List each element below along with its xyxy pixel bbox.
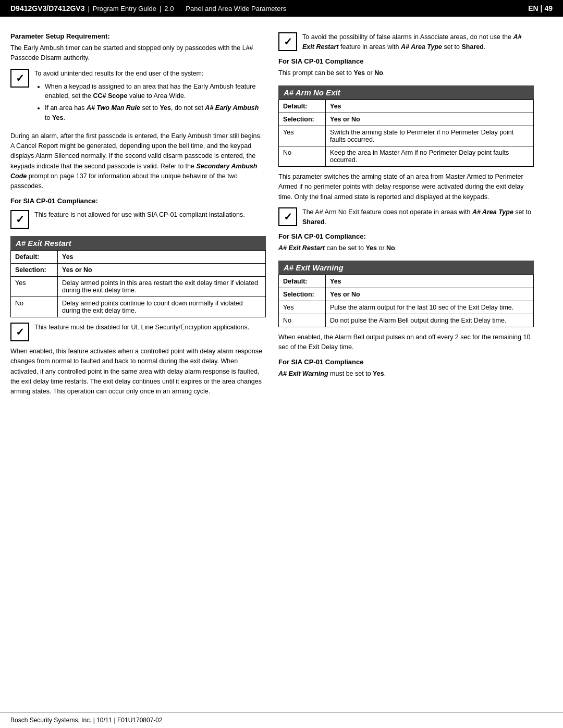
exit-restart-no-val: Delay armed points continue to count dow… [58,297,266,317]
note1-list: When a keypad is assigned to an area tha… [45,82,266,123]
exit-warning-table: Default: Yes Selection: Yes or No Yes Pu… [278,275,534,327]
exit-restart-selection-value: Yes or No [58,263,266,276]
arm-no-exit-no-row: No Keep the area in Master Arm if no Per… [279,146,534,166]
guide-version: 2.0 [164,5,174,13]
exit-warning-selection-label: Selection: [279,288,326,301]
check-icon-2: ✓ [10,210,29,229]
header-separator2: | [160,5,161,13]
exit-restart-default-row: Default: Yes [11,250,266,263]
note-top-text: To avoid the possibility of false alarms… [302,32,534,52]
arm-no-exit-selection-value: Yes or No [326,113,534,126]
note-box-1: ✓ To avoid unintended results for the en… [10,69,266,126]
arm-no-exit-yes-key: Yes [279,126,326,146]
arm-no-exit-no-key: No [279,146,326,166]
page-number: EN | 49 [528,4,553,13]
param-setup-intro: The Early Ambush timer can be started an… [10,43,266,64]
section-name: Panel and Area Wide Parameters [186,5,286,13]
exit-warning-default-label: Default: [279,275,326,288]
sia-cp01-arm-label: For SIA CP-01 Compliance: [278,232,534,240]
exit-restart-yes-row: Yes Delay armed points in this area rest… [11,276,266,297]
header-separator: | [88,5,89,13]
body-arm: This parameter switches the arming state… [278,172,534,202]
exit-restart-default-label: Default: [11,250,58,263]
arm-no-exit-default-row: Default: Yes [279,100,534,113]
guide-name: Program Entry Guide [93,5,156,13]
exit-warning-no-val: Do not pulse the Alarm Bell output durin… [326,314,534,327]
exit-restart-selection-label: Selection: [11,263,58,276]
exit-restart-table: Default: Yes Selection: Yes or No Yes De… [10,250,266,317]
page-header: D9412GV3/D7412GV3 | Program Entry Guide … [0,0,563,17]
arm-no-exit-default-label: Default: [279,100,326,113]
arm-no-exit-yes-row: Yes Switch the arming state to Perimeter… [279,126,534,146]
exit-warning-title: A# Exit Warning [278,261,534,275]
exit-warning-no-row: No Do not pulse the Alarm Bell output du… [279,314,534,327]
sia-cp01-body: This prompt can be set to Yes or No. [278,68,534,78]
bullet-2: If an area has A# Two Man Rule set to Ye… [45,103,266,123]
right-note-top: ✓ To avoid the possibility of false alar… [278,32,534,52]
note2-text: This feature must be disabled for UL Lin… [34,323,249,332]
bullet-1: When a keypad is assigned to an area tha… [45,82,266,102]
check-icon-5: ✓ [278,207,297,226]
exit-warning-yes-row: Yes Pulse the alarm output for the last … [279,301,534,314]
exit-warning-yes-key: Yes [279,301,326,314]
body-warning: When enabled, the Alarm Bell output puls… [278,332,534,353]
header-left: D9412GV3/D7412GV3 | Program Entry Guide … [10,4,286,13]
check-icon-1: ✓ [10,69,29,88]
note-arm-text: The A# Arm No Exit feature does not oper… [302,207,534,227]
left-column: Parameter Setup Requirement: The Early A… [10,27,266,701]
right-column: ✓ To avoid the possibility of false alar… [278,27,534,701]
exit-restart-no-row: No Delay armed points continue to count … [11,297,266,317]
exit-restart-yes-key: Yes [11,276,58,297]
page-wrapper: D9412GV3/D7412GV3 | Program Entry Guide … [0,0,563,728]
exit-warning-selection-value: Yes or No [326,288,534,301]
exit-restart-title-text: A# Exit Restart [16,239,71,248]
note-arm-box: ✓ The A# Arm No Exit feature does not op… [278,207,534,227]
product-name: D9412GV3/D7412GV3 [10,4,84,13]
main-content: Parameter Setup Requirement: The Early A… [0,17,563,701]
note-box-1-content: To avoid unintended results for the end … [34,69,266,126]
exit-warning-selection-row: Selection: Yes or No [279,288,534,301]
exit-restart-selection-row: Selection: Yes or No [11,263,266,276]
arm-no-exit-title-text: A# Arm No Exit [284,88,340,97]
arm-no-exit-table: Default: Yes Selection: Yes or No Yes Sw… [278,100,534,167]
arm-no-exit-yes-val: Switch the arming state to Perimeter if … [326,126,534,146]
exit-warning-title-text: A# Exit Warning [284,263,344,272]
check-icon-4: ✓ [278,32,297,51]
arm-no-exit-title: A# Arm No Exit [278,85,534,100]
sia-cp01-label: For SIA CP-01 Compliance [278,57,534,65]
exit-warning-yes-val: Pulse the alarm output for the last 10 s… [326,301,534,314]
exit-restart-title: A# Exit Restart [10,236,266,250]
page-footer: Bosch Security Systems, Inc. | 10/11 | F… [0,712,563,728]
arm-no-exit-selection-label: Selection: [279,113,326,126]
sia-cp01-warning-body: A# Exit Warning must be set to Yes. [278,369,534,379]
exit-restart-no-key: No [11,297,58,317]
sia-heading-1: For SIA CP-01 Compliance: [10,197,266,205]
body2: When enabled, this feature activates whe… [10,347,266,397]
lang-label: EN [528,4,538,13]
sia-cp01-arm-body: A# Exit Restart can be set to Yes or No. [278,243,534,253]
exit-warning-default-value: Yes [326,275,534,288]
footer-text: Bosch Security Systems, Inc. | 10/11 | F… [10,717,163,724]
page-num: 49 [544,4,553,13]
exit-warning-default-row: Default: Yes [279,275,534,288]
param-setup-heading: Parameter Setup Requirement: [10,32,266,40]
exit-warning-no-key: No [279,314,326,327]
sia-note-box-1: ✓ This feature is not allowed for use wi… [10,210,266,229]
arm-no-exit-no-val: Keep the area in Master Arm if no Perime… [326,146,534,166]
exit-restart-yes-val: Delay armed points in this area restart … [58,276,266,297]
body1: During an alarm, after the first passcod… [10,131,266,192]
sia-cp01-warning-label: For SIA CP-01 Compliance [278,358,534,366]
note-box-2: ✓ This feature must be disabled for UL L… [10,323,266,341]
check-icon-3: ✓ [10,323,29,341]
arm-no-exit-selection-row: Selection: Yes or No [279,113,534,126]
exit-restart-default-value: Yes [58,250,266,263]
arm-no-exit-default-value: Yes [326,100,534,113]
note1-intro: To avoid unintended results for the end … [34,69,266,79]
sia-note1: This feature is not allowed for use with… [34,210,245,220]
